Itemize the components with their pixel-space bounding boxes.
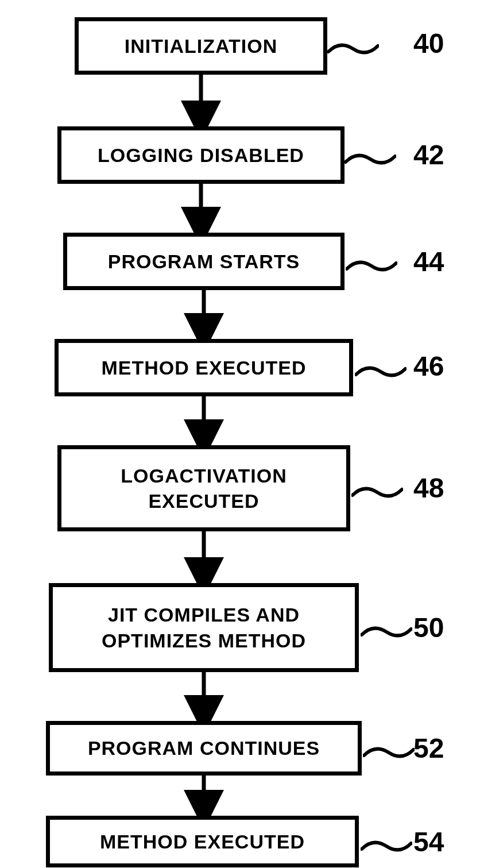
step-text: LOGACTIVATION EXECUTED [67,463,340,514]
step-method-executed-1: METHOD EXECUTED [55,339,353,396]
step-number: 54 [413,826,444,858]
flowchart: INITIALIZATION LOGGING DISABLED PROGRAM … [0,0,480,868]
callout-connector [351,484,403,501]
step-number: 52 [413,732,444,764]
callout-connector [327,40,379,57]
step-text: LOGGING DISABLED [98,142,304,168]
step-number: 46 [413,350,444,382]
step-number: 42 [413,139,444,171]
step-logactivation-executed: LOGACTIVATION EXECUTED [57,445,350,531]
step-number: 40 [413,28,444,59]
step-program-continues: PROGRAM CONTINUES [46,721,362,776]
callout-connector [361,623,412,641]
step-text: JIT COMPILES AND OPTIMIZES METHOD [59,602,349,653]
step-text: METHOD EXECUTED [100,829,305,854]
callout-connector [346,257,397,275]
step-text: PROGRAM CONTINUES [88,735,320,761]
step-logging-disabled: LOGGING DISABLED [57,126,344,184]
step-text: PROGRAM STARTS [108,249,300,274]
step-text: INITIALIZATION [125,33,277,59]
step-text: METHOD EXECUTED [102,355,307,380]
step-number: 44 [413,246,444,277]
callout-connector [361,838,412,855]
step-initialization: INITIALIZATION [75,17,327,75]
callout-connector [355,363,407,380]
step-number: 48 [413,472,444,504]
callout-connector [344,151,396,168]
step-program-starts: PROGRAM STARTS [63,233,344,290]
step-method-executed-2: METHOD EXECUTED [46,816,359,867]
step-jit-compiles: JIT COMPILES AND OPTIMIZES METHOD [49,583,359,672]
step-number: 50 [413,612,444,643]
callout-connector [363,744,415,761]
